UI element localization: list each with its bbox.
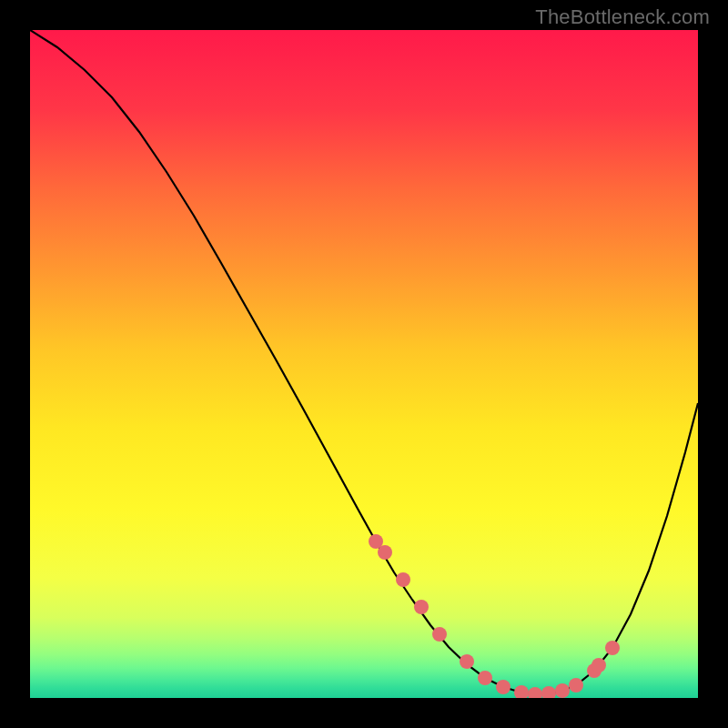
marker-dot xyxy=(432,627,447,642)
marker-dot xyxy=(541,686,556,698)
curve-layer xyxy=(30,30,698,698)
bottleneck-curve xyxy=(30,30,698,694)
marker-dot xyxy=(396,572,410,587)
marker-group xyxy=(369,534,620,698)
watermark-text: TheBottleneck.com xyxy=(535,5,710,29)
marker-dot xyxy=(555,683,570,698)
marker-dot xyxy=(592,658,606,672)
marker-dot xyxy=(378,545,392,560)
chart-frame: TheBottleneck.com xyxy=(0,0,728,728)
marker-dot xyxy=(605,641,620,655)
marker-dot xyxy=(460,654,474,669)
marker-dot xyxy=(569,678,583,693)
marker-dot xyxy=(514,685,529,698)
marker-dot xyxy=(414,600,429,614)
plot-area xyxy=(30,30,698,698)
marker-dot xyxy=(496,680,511,694)
marker-dot xyxy=(528,687,542,698)
marker-dot xyxy=(478,671,492,685)
